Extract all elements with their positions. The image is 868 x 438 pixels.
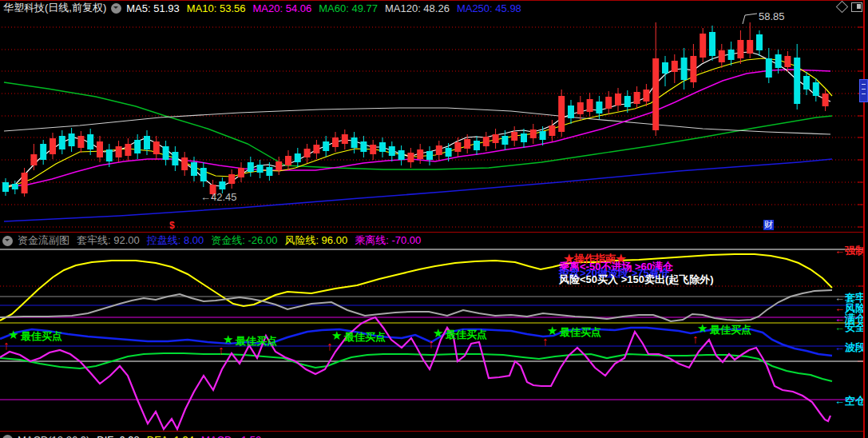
ma250-value: MA250: 45.98 xyxy=(457,2,521,14)
panel2-header: 资金流副图 套牢线: 92.00 控盘线: 8.00 资金线: -26.00 风… xyxy=(0,233,862,248)
buy-point-arrow: ↑ xyxy=(327,340,333,351)
buy-point-star: ★ xyxy=(547,326,557,336)
buy-point-star: ★ xyxy=(331,331,342,340)
dea-value: DEA: 1.94 xyxy=(147,434,194,438)
ma60-value: MA60: 49.77 xyxy=(319,2,378,14)
buy-point-arrow: ↑ xyxy=(428,338,434,348)
right-axis-label: ←安全区域 xyxy=(834,321,864,335)
scrollbar-thumb[interactable] xyxy=(859,79,868,102)
buy-point-arrow: ↑ xyxy=(218,344,224,355)
macd-title: MACD(12,26,9) xyxy=(18,434,89,438)
finance-report-marker[interactable]: 财 xyxy=(763,220,774,230)
taolao-value: 套牢线: 92.00 xyxy=(77,233,140,248)
ma120-value: MA120: 48.26 xyxy=(385,2,450,14)
right-scrollbar[interactable] xyxy=(863,0,865,438)
split-pane-icon[interactable] xyxy=(851,2,862,12)
candlesticks xyxy=(2,22,829,198)
high-price-label: 58.85 xyxy=(759,10,785,22)
ma-line-MA250 xyxy=(4,159,832,221)
dividend-marker[interactable]: $ xyxy=(169,220,175,231)
fengxian-value: 风险线: 96.00 xyxy=(284,233,347,248)
buy-point-label: 最佳买点 xyxy=(236,334,277,348)
buy-point-star: ★ xyxy=(433,328,443,338)
panel-divider-line-2 xyxy=(0,431,864,432)
buy-point-arrow: ↑ xyxy=(542,336,549,346)
guide-line-4: 风险<50买入 >150卖出(起飞除外) xyxy=(559,273,714,287)
panel2-title: 资金流副图 xyxy=(18,233,69,248)
ma-line-MA5 xyxy=(4,52,830,187)
curve-yellow_risk xyxy=(0,254,832,321)
kongpan-value: 控盘线: 8.00 xyxy=(147,233,204,248)
buy-point-label: 最佳买点 xyxy=(560,325,601,340)
right-axis-label: ←空仓信号 xyxy=(834,394,864,408)
ma-line-MA120 xyxy=(4,108,830,134)
buy-point-star: ★ xyxy=(697,324,707,333)
buy-point-label: 最佳买点 xyxy=(710,323,751,337)
buy-point-label: 最佳买点 xyxy=(344,330,386,344)
buy-point-arrow: ↑ xyxy=(3,340,10,350)
macd-value: MACD: -1.52 xyxy=(201,434,261,438)
buy-point-label: 最佳买点 xyxy=(446,328,487,342)
chevron-down-icon[interactable] xyxy=(2,236,13,246)
low-price-label: ←42.45 xyxy=(200,191,237,203)
chevron-down-icon[interactable] xyxy=(2,435,13,438)
panel3-header: MACD(12,26,9) DIF: 0.98 DEA: 1.94 MACD: … xyxy=(0,432,862,438)
chengli-value: 乘离线: -70.00 xyxy=(355,233,421,248)
zijin-value: 资金线: -26.00 xyxy=(211,233,277,248)
right-axis-label: ←波段起涨 xyxy=(834,340,864,355)
right-axis-label: ←强制卖出 xyxy=(834,244,864,258)
stock-trading-app: { "header": { "title": "华塑科技(日线,前复权)", "… xyxy=(0,0,868,438)
chart-canvas xyxy=(0,0,868,438)
buy-point-arrow: ↑ xyxy=(692,333,699,344)
ma20-value: MA20: 54.06 xyxy=(253,2,312,14)
ma5-value: MA5: 51.93 xyxy=(126,2,180,14)
ma10-value: MA10: 53.56 xyxy=(187,2,246,14)
panel-divider-line xyxy=(0,232,864,233)
buy-point-star: ★ xyxy=(8,330,18,340)
buy-point-star: ★ xyxy=(223,335,233,344)
buy-point-label: 最佳买点 xyxy=(21,329,62,344)
dif-value: DIF: 0.98 xyxy=(97,434,139,438)
stock-title: 华塑科技(日线,前复权) xyxy=(3,1,106,15)
curve-green_control xyxy=(0,353,832,381)
main-chart-header: 华塑科技(日线,前复权) MA5: 51.93 MA10: 53.56 MA20… xyxy=(0,1,862,15)
chevron-down-icon[interactable] xyxy=(111,3,121,14)
